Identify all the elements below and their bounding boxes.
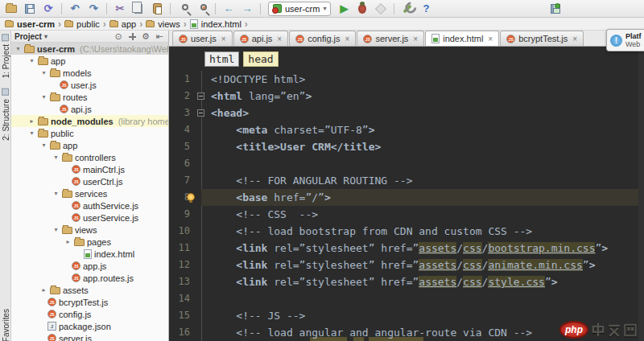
tree-item-api-js[interactable]: JSapi.js: [11, 103, 168, 115]
tree-item-public[interactable]: ▾public: [11, 127, 168, 139]
code-line: 2<html lang=”en”>: [169, 88, 644, 105]
paste-icon: [153, 3, 162, 14]
save-icon: [25, 4, 35, 14]
tree-item-server-js[interactable]: JSserver.js: [11, 332, 168, 341]
tree-item-services[interactable]: ▾services: [11, 187, 168, 199]
settings-button[interactable]: [399, 2, 415, 16]
breadcrumb-html-tag[interactable]: html: [204, 51, 239, 67]
tree-item-user-js[interactable]: JSuser.js: [11, 79, 168, 91]
help-button[interactable]: ?: [418, 2, 434, 16]
tree-item-mainctrl-js[interactable]: JSmainCtrl.js: [11, 163, 168, 175]
code-line: 11 <link rel=”stylesheet” href=”assets/c…: [169, 240, 644, 257]
tree-item-app-js[interactable]: JSapp.js: [11, 260, 168, 272]
tree-item-app-routes-js[interactable]: JSapp.routes.js: [11, 272, 168, 284]
tree-item-controllers[interactable]: ▾controllers: [11, 151, 168, 163]
open-folder-icon: [6, 5, 17, 13]
paste-button[interactable]: [149, 2, 165, 16]
redo-button[interactable]: ↷: [85, 2, 101, 16]
navbar-item-app[interactable]: app: [109, 19, 136, 29]
navbar-item-user-crm[interactable]: user-crm: [5, 19, 55, 29]
code-editor[interactable]: html head 1<!DOCTYPE html> 2<html lang=”…: [169, 47, 644, 341]
find-in-path-button[interactable]: [194, 2, 210, 16]
tree-item-routes[interactable]: ▾routes: [11, 91, 168, 103]
tab-config-js[interactable]: JSconfig.js×: [289, 31, 356, 46]
chevron-down-icon: ▾: [44, 33, 47, 40]
navbar-item-views[interactable]: views: [146, 19, 180, 29]
html-file-icon: [84, 249, 92, 259]
panel-settings-button[interactable]: ⚙: [140, 31, 151, 41]
export-settings-button[interactable]: [547, 2, 564, 16]
tool-window-button-project[interactable]: 1: Project: [0, 34, 11, 78]
debug-button[interactable]: [354, 2, 370, 16]
cn-char-zhong: [591, 323, 605, 337]
code-line: 1<!DOCTYPE html>: [169, 71, 644, 88]
close-icon[interactable]: ×: [277, 35, 282, 43]
tree-item-bcrypttest-js[interactable]: JSbcryptTest.js: [11, 296, 168, 308]
tree-item-userctrl-js[interactable]: JSuserCtrl.js: [11, 175, 168, 187]
find-button[interactable]: [175, 2, 192, 16]
navbar-item-index-html[interactable]: index.html: [190, 19, 242, 29]
tab-api-js[interactable]: JSapi.js×: [233, 31, 289, 46]
fold-marker-icon[interactable]: [197, 92, 204, 100]
tree-item-node-modules[interactable]: ▸node_modules(library home): [11, 115, 168, 127]
folder-icon: [50, 287, 60, 294]
tree-item-assets[interactable]: ▸assets: [11, 284, 168, 296]
run-with-coverage-button[interactable]: [373, 2, 389, 16]
folder-icon: [24, 46, 35, 53]
undo-button[interactable]: ↶: [67, 2, 83, 16]
tree-item-views[interactable]: ▾views: [11, 224, 168, 236]
search-icon: [182, 4, 188, 10]
tree-root-user-crm[interactable]: ▾ user-crm(C:\Users\taokang\WebstormProj…: [11, 43, 168, 55]
copy-button[interactable]: [130, 2, 147, 16]
tab-server-js[interactable]: JSserver.js×: [357, 31, 424, 46]
editor-scrollbar[interactable]: [638, 47, 644, 341]
navigate-forward-button[interactable]: →: [239, 2, 255, 16]
code-line: 12 <link rel=”stylesheet” href=”assets/c…: [169, 257, 644, 273]
tree-item-userservice-js[interactable]: JSuserService.js: [11, 212, 168, 224]
project-view-select[interactable]: Project▾: [14, 32, 47, 41]
breadcrumb-head-tag[interactable]: head: [243, 51, 278, 67]
close-icon[interactable]: ×: [345, 35, 350, 43]
toolbar-separator: [394, 3, 394, 14]
navbar-item-public[interactable]: public: [64, 19, 100, 29]
save-all-button[interactable]: [22, 2, 38, 16]
close-icon[interactable]: ×: [572, 35, 577, 43]
toolbar-separator: [61, 3, 62, 14]
tool-window-button-favorites[interactable]: 2: Favorites: [0, 309, 11, 341]
code-line: 4 <meta charset=”UTF-8”>: [169, 121, 644, 138]
close-icon[interactable]: ×: [413, 35, 418, 43]
project-panel: Project▾ ⊙ ⚙ ⇤ ▾ user-crm(C:\Users\taoka…: [11, 31, 169, 341]
chevron-down-icon: ▾: [323, 5, 326, 12]
tree-item-app[interactable]: ▾app: [11, 55, 168, 67]
hide-panel-button[interactable]: ⇤: [154, 31, 165, 41]
tree-item-public-app[interactable]: ▾app: [11, 139, 168, 151]
tree-item-models[interactable]: ▾models: [11, 67, 168, 79]
tool-window-button-structure[interactable]: 2: Structure: [0, 88, 11, 141]
notification-balloon[interactable]: ! Platf Web: [606, 29, 644, 51]
intention-bulb-icon[interactable]: [187, 193, 195, 201]
synchronize-button[interactable]: ⟳: [40, 2, 56, 16]
tab-user-js[interactable]: JSuser.js×: [172, 31, 233, 46]
tree-item-index-html[interactable]: index.html: [11, 248, 168, 260]
run-configuration-select[interactable]: user-crm ▾: [268, 2, 331, 16]
close-icon[interactable]: ×: [221, 35, 226, 43]
toolbar-separator: [215, 3, 216, 14]
collapse-all-button[interactable]: [126, 31, 138, 41]
tree-item-pages[interactable]: ▸pages: [11, 236, 168, 248]
open-folder-button[interactable]: [3, 2, 19, 16]
cut-button[interactable]: ✂: [112, 2, 128, 16]
code-line: 10 <!-- load bootstrap from CDN and cust…: [169, 223, 644, 240]
tree-item-authservice-js[interactable]: JSauthService.js: [11, 199, 168, 212]
close-icon[interactable]: ×: [488, 35, 493, 43]
tab-bcrypttest-js[interactable]: JSbcryptTest.js×: [500, 31, 584, 46]
tree-item-package-json[interactable]: Jpackage.json: [11, 320, 168, 332]
run-button[interactable]: ▶: [336, 2, 352, 16]
tree-item-config-js[interactable]: JSconfig.js: [11, 308, 168, 320]
fold-marker-icon[interactable]: [197, 109, 204, 117]
folder-icon: [62, 227, 72, 234]
locate-file-button[interactable]: ⊙: [113, 31, 124, 41]
navigate-back-button[interactable]: ←: [221, 2, 237, 16]
project-tree: ▾ user-crm(C:\Users\taokang\WebstormProj…: [11, 43, 168, 341]
tab-index-html[interactable]: index.html×: [425, 31, 499, 46]
json-file-icon: J: [47, 322, 56, 331]
